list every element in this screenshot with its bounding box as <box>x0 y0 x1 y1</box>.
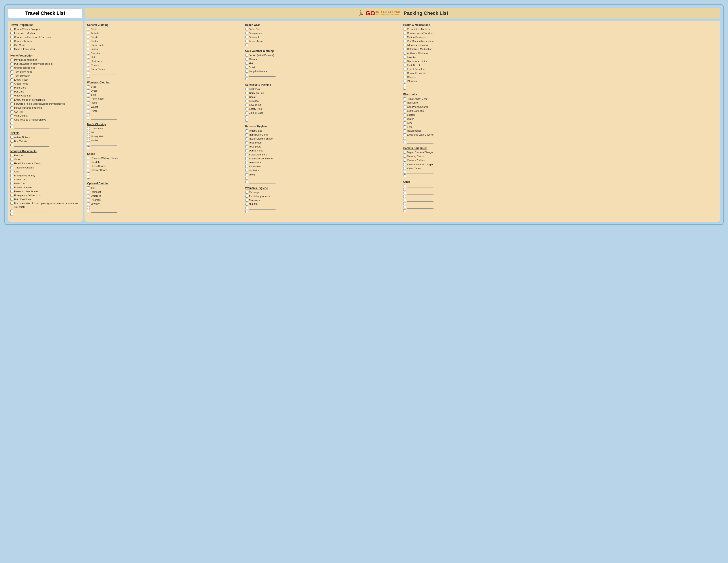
checkbox[interactable] <box>245 157 248 160</box>
checkbox[interactable] <box>87 56 90 58</box>
checkbox[interactable] <box>245 133 248 136</box>
checkbox[interactable] <box>245 180 248 183</box>
checkbox[interactable] <box>87 89 90 92</box>
checkbox[interactable] <box>87 48 90 50</box>
checkbox[interactable] <box>10 94 13 97</box>
checkbox[interactable] <box>87 139 90 142</box>
checkbox[interactable] <box>245 36 248 38</box>
checkbox[interactable] <box>245 103 248 106</box>
checkbox[interactable] <box>403 174 406 177</box>
checkbox[interactable] <box>403 159 406 162</box>
checkbox[interactable] <box>10 166 13 169</box>
checkbox[interactable] <box>403 28 406 30</box>
checkbox[interactable] <box>403 141 406 143</box>
checkbox[interactable] <box>403 206 406 208</box>
checkbox[interactable] <box>10 194 13 197</box>
checkbox[interactable] <box>403 163 406 166</box>
checkbox[interactable] <box>10 209 13 212</box>
checkbox[interactable] <box>245 43 248 46</box>
checkbox[interactable] <box>10 62 13 65</box>
checkbox[interactable] <box>403 105 406 108</box>
checkbox[interactable] <box>403 72 406 74</box>
checkbox[interactable] <box>403 113 406 116</box>
checkbox[interactable] <box>87 36 90 38</box>
checkbox[interactable] <box>245 70 248 73</box>
checkbox[interactable] <box>245 177 248 180</box>
checkbox[interactable] <box>10 136 13 139</box>
checkbox[interactable] <box>403 209 406 212</box>
checkbox[interactable] <box>87 40 90 42</box>
checkbox[interactable] <box>87 117 90 119</box>
checkbox[interactable] <box>403 125 406 128</box>
checkbox[interactable] <box>87 28 90 30</box>
checkbox[interactable] <box>87 93 90 96</box>
checkbox[interactable] <box>87 97 90 100</box>
checkbox[interactable] <box>10 48 13 50</box>
checkbox[interactable] <box>403 36 406 38</box>
checkbox[interactable] <box>403 68 406 70</box>
checkbox[interactable] <box>87 176 90 179</box>
checkbox[interactable] <box>403 188 406 191</box>
checkbox[interactable] <box>403 97 406 100</box>
checkbox[interactable] <box>403 117 406 120</box>
checkbox[interactable] <box>10 140 13 143</box>
checkbox[interactable] <box>87 113 90 116</box>
checkbox[interactable] <box>87 60 90 62</box>
checkbox[interactable] <box>87 143 90 145</box>
checkbox[interactable] <box>10 182 13 185</box>
checkbox[interactable] <box>245 149 248 152</box>
checkbox[interactable] <box>403 192 406 194</box>
checkbox[interactable] <box>87 71 90 74</box>
checkbox[interactable] <box>10 90 13 93</box>
checkbox[interactable] <box>87 206 90 209</box>
checkbox[interactable] <box>403 155 406 158</box>
checkbox[interactable] <box>87 68 90 70</box>
checkbox[interactable] <box>245 66 248 69</box>
checkbox[interactable] <box>403 76 406 78</box>
checkbox[interactable] <box>87 157 90 159</box>
checkbox[interactable] <box>10 178 13 181</box>
checkbox[interactable] <box>403 60 406 62</box>
checkbox[interactable] <box>10 144 13 146</box>
checkbox[interactable] <box>245 28 248 30</box>
checkbox[interactable] <box>403 80 406 82</box>
checkbox[interactable] <box>245 58 248 60</box>
checkbox[interactable] <box>87 105 90 108</box>
checkbox[interactable] <box>10 162 13 165</box>
checkbox[interactable] <box>10 114 13 117</box>
checkbox[interactable] <box>10 58 13 61</box>
checkbox[interactable] <box>245 77 248 80</box>
checkbox[interactable] <box>87 135 90 138</box>
checkbox[interactable] <box>10 118 13 121</box>
checkbox[interactable] <box>87 172 90 175</box>
checkbox[interactable] <box>245 88 248 90</box>
checkbox[interactable] <box>245 111 248 114</box>
checkbox[interactable] <box>245 203 248 205</box>
checkbox[interactable] <box>10 28 13 30</box>
checkbox[interactable] <box>87 198 90 201</box>
checkbox[interactable] <box>245 32 248 34</box>
checkbox[interactable] <box>87 146 90 149</box>
checkbox[interactable] <box>245 141 248 144</box>
checkbox[interactable] <box>403 109 406 112</box>
checkbox[interactable] <box>403 195 406 198</box>
checkbox[interactable] <box>87 194 90 197</box>
checkbox[interactable] <box>403 48 406 50</box>
checkbox[interactable] <box>10 74 13 77</box>
checkbox[interactable] <box>10 32 13 34</box>
checkbox[interactable] <box>245 153 248 156</box>
checkbox[interactable] <box>245 173 248 176</box>
checkbox[interactable] <box>245 62 248 65</box>
checkbox[interactable] <box>403 56 406 58</box>
checkbox[interactable] <box>87 127 90 130</box>
checkbox[interactable] <box>245 145 248 148</box>
checkbox[interactable] <box>403 171 406 173</box>
checkbox[interactable] <box>245 161 248 164</box>
checkbox[interactable] <box>87 161 90 163</box>
checkbox[interactable] <box>10 86 13 89</box>
checkbox[interactable] <box>10 102 13 105</box>
checkbox[interactable] <box>403 151 406 154</box>
checkbox[interactable] <box>403 87 406 90</box>
checkbox[interactable] <box>10 154 13 157</box>
checkbox[interactable] <box>403 129 406 132</box>
